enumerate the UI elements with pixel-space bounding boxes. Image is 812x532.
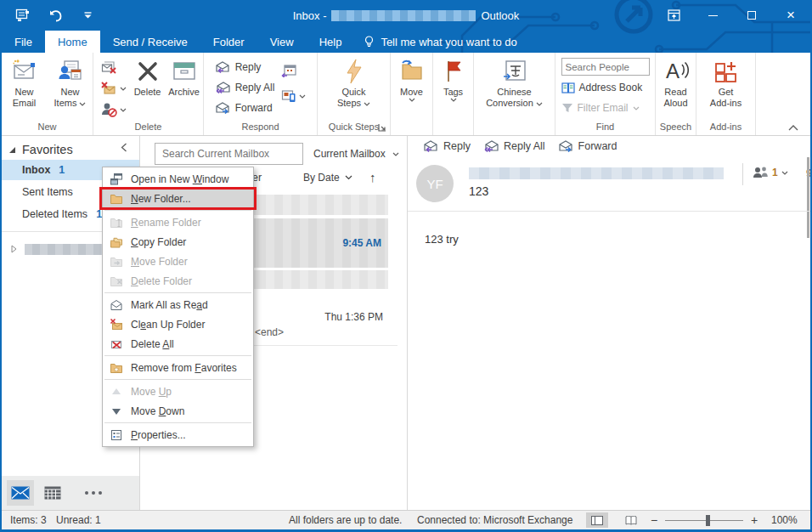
tab-help[interactable]: Help [307, 31, 355, 53]
menu-item-properties[interactable]: Properties... [103, 425, 253, 444]
reading-reply-all-button[interactable]: Reply All [483, 140, 545, 152]
tab-folder[interactable]: Folder [200, 31, 257, 53]
chevron-down-icon [120, 87, 127, 91]
search-scope-dropdown[interactable]: Current Mailbox [313, 143, 399, 165]
recipient-count-dropdown[interactable]: 1 [753, 167, 788, 178]
reading-pane: Reply Reply All Forward YF 123 1 [408, 136, 810, 510]
dialog-launcher-icon[interactable] [378, 123, 386, 132]
forward-icon [215, 102, 231, 114]
zoom-out-button[interactable]: − [651, 511, 657, 529]
nav-mail-button[interactable] [7, 480, 34, 506]
reading-pane-scrollbar[interactable] [807, 157, 809, 238]
sender-avatar[interactable]: YF [416, 165, 454, 202]
chevron-down-icon [781, 171, 788, 175]
move-folder-icon [109, 255, 123, 269]
ribbon-group-speech: A Read Aloud Speech [656, 53, 696, 135]
junk-button[interactable] [100, 100, 127, 119]
delete-button[interactable]: Delete [130, 56, 165, 120]
search-people-input[interactable] [561, 58, 650, 76]
chevron-down-icon [345, 175, 352, 180]
chevron-down-icon [450, 98, 457, 102]
header: Inbox - Outlook × File Home Send / Recei… [2, 0, 810, 53]
nav-more-options-button[interactable] [85, 491, 102, 495]
maximize-button[interactable] [732, 0, 771, 31]
collapse-ribbon-icon[interactable] [788, 125, 798, 131]
reading-view-icon [625, 516, 637, 525]
delete-label: Delete [134, 87, 161, 98]
close-button[interactable]: × [771, 0, 810, 31]
normal-view-button[interactable] [586, 512, 608, 528]
properties-icon [109, 428, 123, 442]
tab-home[interactable]: Home [45, 31, 100, 53]
new-email-button[interactable]: New Email [3, 56, 47, 120]
search-input[interactable] [155, 148, 297, 160]
im-reply-button[interactable] [281, 87, 306, 105]
chinese-conversion-button[interactable]: Chinese Conversion [481, 56, 549, 120]
read-aloud-button[interactable]: A Read Aloud [657, 56, 695, 120]
new-items-label-line1: New [60, 87, 79, 98]
zoom-slider-handle[interactable] [706, 515, 710, 526]
menu-item-copy-folder[interactable]: Copy Folder [103, 232, 253, 252]
ignore-button[interactable] [100, 58, 127, 76]
favorites-header[interactable]: Favorites [8, 143, 73, 156]
clean-up-button[interactable] [100, 79, 127, 98]
menu-item-clean-up-folder[interactable]: Clean Up Folder [103, 314, 253, 334]
ribbon-display-options-button[interactable] [654, 0, 693, 31]
tab-file[interactable]: File [2, 31, 45, 53]
chinese-conversion-icon [502, 56, 527, 87]
move-button[interactable]: Move [392, 56, 431, 120]
header-divider [742, 163, 743, 185]
rename-folder-icon [109, 216, 123, 229]
menu-item-open-in-new-window[interactable]: Open in New Window [103, 169, 253, 189]
menu-item-move-down[interactable]: Move Down [103, 401, 253, 421]
new-items-button[interactable]: New Items [48, 56, 93, 120]
mail-icon [11, 486, 30, 500]
expand-triangle-icon[interactable] [11, 245, 17, 253]
reply-button[interactable]: Reply [215, 59, 275, 76]
open-new-window-icon [109, 173, 123, 186]
reading-forward-button[interactable]: Forward [558, 140, 617, 152]
quick-steps-button[interactable]: Quick Steps [329, 56, 380, 120]
zoom-in-button[interactable]: + [751, 511, 758, 529]
menu-item-delete-all[interactable]: Delete All [103, 334, 253, 354]
reply-all-button[interactable]: Reply All [215, 79, 275, 96]
read-aloud-icon: A [663, 56, 689, 87]
undo-icon[interactable] [46, 6, 65, 25]
reading-reply-button[interactable]: Reply [423, 140, 471, 152]
window-title-prefix: Inbox - [293, 9, 327, 22]
group-label-addins: Add-ins [696, 120, 755, 135]
ignore-icon [100, 59, 117, 75]
minimize-folder-pane-icon[interactable] [121, 143, 127, 152]
meeting-button[interactable] [281, 61, 306, 80]
inbox-label: Inbox [22, 164, 50, 176]
search-box[interactable] [155, 143, 303, 165]
sort-by-dropdown[interactable]: By Date [303, 172, 352, 184]
nav-calendar-button[interactable] [39, 480, 66, 506]
tab-send-receive[interactable]: Send / Receive [100, 31, 200, 53]
archive-button[interactable]: Archive [165, 56, 203, 120]
menu-item-mark-all-as-read[interactable]: Mark All as Read [103, 295, 253, 314]
menu-item-new-folder[interactable]: New Folder... [103, 189, 253, 208]
minimize-button[interactable] [693, 0, 732, 31]
forward-button[interactable]: Forward [215, 99, 275, 116]
ribbon: New Email New Items New [2, 53, 810, 136]
tell-me-box[interactable]: Tell me what you want to do [364, 31, 516, 53]
group-label-tags [433, 120, 473, 135]
recipient-count: 1 [772, 167, 778, 178]
tags-button[interactable]: Tags [435, 56, 472, 120]
chevron-down-icon [79, 102, 86, 106]
address-book-icon [561, 82, 575, 93]
zoom-slider-track[interactable] [665, 520, 743, 521]
sort-direction-button[interactable]: ↑ [369, 170, 376, 184]
get-addins-button[interactable]: Get Add-ins [702, 56, 750, 120]
tab-view[interactable]: View [257, 31, 307, 53]
reply-all-label: Reply All [235, 82, 275, 93]
reading-view-button[interactable] [620, 512, 642, 528]
zoom-level[interactable]: 100% [771, 511, 798, 529]
calendar-icon [44, 486, 61, 500]
address-book-button[interactable]: Address Book [561, 79, 650, 96]
customize-quick-access-icon[interactable] [78, 6, 97, 25]
send-receive-icon[interactable] [14, 6, 32, 25]
menu-item-remove-from-favorites[interactable]: Remove from Favorites [103, 358, 253, 377]
filter-email-label: Filter Email [578, 102, 629, 114]
